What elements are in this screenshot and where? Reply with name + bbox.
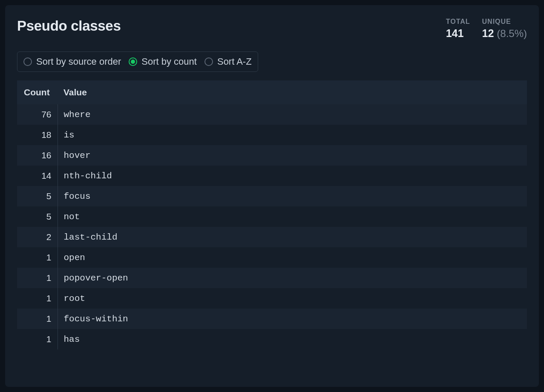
sort-option[interactable]: Sort A-Z: [204, 56, 252, 67]
value-cell: open: [58, 247, 527, 268]
count-cell: 1: [17, 268, 58, 288]
radio-icon: [23, 57, 32, 66]
value-cell: focus: [58, 186, 527, 206]
stat-unique-label: UNIQUE: [482, 18, 527, 26]
count-cell: 14: [17, 166, 58, 186]
panel-stats: TOTAL 141 UNIQUE 12 (8.5%): [446, 18, 527, 40]
sort-option[interactable]: Sort by count: [129, 56, 197, 67]
count-cell: 5: [17, 186, 58, 206]
table-header-value[interactable]: Value: [58, 80, 527, 104]
table-row: 5not: [17, 206, 527, 227]
count-cell: 1: [17, 247, 58, 268]
pseudo-classes-panel: Pseudo classes TOTAL 141 UNIQUE 12 (8.5%…: [5, 5, 539, 387]
table-row: 1focus-within: [17, 309, 527, 329]
pseudo-classes-table: Count Value 76where18is16hover14nth-chil…: [17, 80, 527, 349]
stat-unique-number: 12: [482, 27, 494, 39]
sort-option-label: Sort A-Z: [217, 56, 252, 67]
stat-unique-pct: (8.5%): [497, 28, 527, 39]
value-cell: hover: [58, 145, 527, 166]
value-cell: not: [58, 206, 527, 227]
stat-total-label: TOTAL: [446, 18, 470, 26]
value-cell: is: [58, 125, 527, 145]
stat-unique: UNIQUE 12 (8.5%): [482, 18, 527, 40]
stat-total: TOTAL 141: [446, 18, 470, 40]
count-cell: 5: [17, 206, 58, 227]
table-row: 14nth-child: [17, 166, 527, 186]
value-cell: focus-within: [58, 309, 527, 329]
table-row: 1popover-open: [17, 268, 527, 288]
value-cell: has: [58, 329, 527, 349]
sort-option-label: Sort by source order: [36, 56, 121, 67]
count-cell: 16: [17, 145, 58, 166]
count-cell: 2: [17, 227, 58, 247]
table-row: 76where: [17, 104, 527, 125]
table-row: 1root: [17, 288, 527, 309]
table-row: 1open: [17, 247, 527, 268]
table-row: 16hover: [17, 145, 527, 166]
value-cell: popover-open: [58, 268, 527, 288]
stat-total-value: 141: [446, 27, 470, 40]
table-row: 1has: [17, 329, 527, 349]
value-cell: where: [58, 104, 527, 125]
sort-bar: Sort by source orderSort by countSort A-…: [17, 52, 258, 72]
radio-icon: [204, 57, 213, 66]
panel-title: Pseudo classes: [17, 18, 121, 34]
value-cell: nth-child: [58, 166, 527, 186]
value-cell: root: [58, 288, 527, 309]
value-cell: last-child: [58, 227, 527, 247]
count-cell: 1: [17, 329, 58, 349]
sort-option[interactable]: Sort by source order: [23, 56, 121, 67]
stat-unique-value: 12 (8.5%): [482, 27, 527, 40]
count-cell: 18: [17, 125, 58, 145]
table-header-row: Count Value: [17, 80, 527, 104]
table-header-count[interactable]: Count: [17, 80, 58, 104]
radio-icon: [129, 57, 137, 66]
count-cell: 1: [17, 288, 58, 309]
table-row: 18is: [17, 125, 527, 145]
count-cell: 76: [17, 104, 58, 125]
table-row: 2last-child: [17, 227, 527, 247]
panel-header: Pseudo classes TOTAL 141 UNIQUE 12 (8.5%…: [17, 18, 527, 40]
sort-option-label: Sort by count: [141, 56, 197, 67]
count-cell: 1: [17, 309, 58, 329]
table-row: 5focus: [17, 186, 527, 206]
